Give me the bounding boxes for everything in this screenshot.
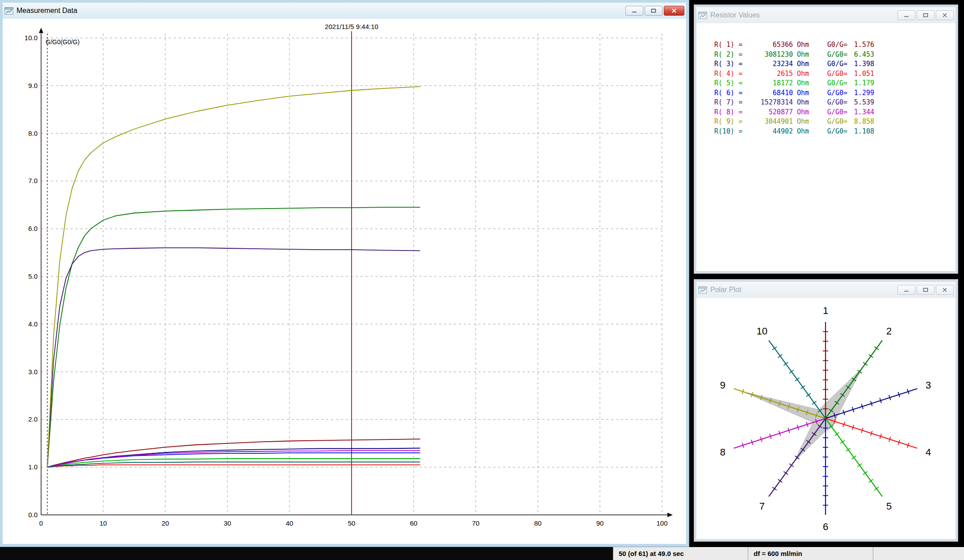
r-unit: Ohm (793, 50, 813, 60)
r-ohms: 3044901 (743, 117, 793, 127)
maximize-icon (923, 288, 928, 292)
r-ratio: 1.398 (847, 59, 874, 69)
svg-text:30: 30 (224, 519, 231, 527)
r-unit: Ohm (793, 88, 813, 98)
r-label: R( 7) = (714, 98, 743, 108)
svg-text:90: 90 (596, 519, 604, 527)
r-unit: Ohm (793, 127, 813, 137)
resistor-client: R( 1) =65366OhmG0/G=1.576R( 2) =3081230O… (696, 23, 956, 271)
window-controls (896, 10, 954, 20)
r-ratio: 1.344 (847, 108, 874, 117)
maximize-icon (651, 8, 656, 13)
r-rlabel: G/G0= (813, 69, 847, 79)
svg-text:1.0: 1.0 (28, 463, 38, 471)
window-title: Polar Plot (710, 286, 741, 294)
svg-text:6.0: 6.0 (28, 225, 38, 232)
svg-text:100: 100 (656, 519, 667, 527)
r-rlabel: G/G0= (813, 50, 847, 60)
svg-text:10: 10 (100, 519, 107, 527)
maximize-icon (923, 13, 928, 17)
r-ratio: 1.299 (847, 88, 874, 98)
r-ratio: 8.858 (847, 117, 874, 127)
polar-client: 12345678910 (696, 298, 956, 539)
svg-text:2.0: 2.0 (28, 415, 38, 423)
status-bar: 50 (of 61) at 49.0 sec df = 600 ml/min (0, 547, 964, 560)
resistor-row: R( 7) =15278314OhmG/G0=5.539 (714, 98, 956, 108)
svg-text:4.0: 4.0 (28, 320, 38, 328)
svg-text:G/G0(G0/G): G/G0(G0/G) (46, 38, 80, 46)
r-ohms: 68410 (743, 88, 793, 98)
status-empty-cell (873, 547, 964, 560)
svg-text:2: 2 (886, 326, 892, 337)
polar-titlebar[interactable]: Polar Plot (696, 282, 956, 298)
r-rlabel: G/G0= (813, 117, 847, 127)
status-panel: 50 (of 61) at 49.0 sec df = 600 ml/min (613, 547, 964, 560)
r-ratio: 1.051 (847, 69, 874, 79)
status-sample-progress: 50 (of 61) at 49.0 sec (613, 547, 748, 560)
r-ratio: 1.576 (847, 40, 874, 50)
r-label: R( 6) = (714, 88, 743, 98)
r-unit: Ohm (793, 117, 813, 127)
polar-maximize-button[interactable] (917, 285, 935, 295)
r-unit: Ohm (793, 79, 813, 88)
svg-text:5.0: 5.0 (28, 272, 38, 280)
resistor-close-button[interactable] (936, 10, 954, 20)
resistor-titlebar[interactable]: Resistor Values (696, 7, 956, 23)
close-icon (671, 8, 677, 13)
measurement-maximize-button[interactable] (645, 6, 662, 16)
svg-text:4: 4 (926, 447, 931, 458)
r-rlabel: G0/G= (813, 59, 847, 69)
svg-text:0: 0 (39, 519, 43, 527)
resistor-row: R( 5) =18172OhmG0/G=1.179 (714, 79, 956, 88)
r-unit: Ohm (793, 108, 813, 117)
measurement-data-window: Measurement Data 0.01.02.03.04.05.06.07.… (0, 0, 689, 547)
svg-text:3: 3 (926, 380, 931, 391)
svg-text:7.0: 7.0 (28, 177, 38, 184)
measurement-minimize-button[interactable] (625, 6, 643, 16)
measurement-client: 0.01.02.03.04.05.06.07.08.09.010.0010203… (3, 19, 686, 544)
r-rlabel: G/G0= (813, 108, 847, 117)
measurement-close-button[interactable] (664, 6, 684, 16)
polar-chart: 12345678910 (696, 298, 956, 539)
svg-text:60: 60 (410, 519, 418, 527)
polar-plot-window: Polar Plot 12345678910 (694, 280, 958, 541)
r-unit: Ohm (793, 40, 813, 50)
r-ohms: 65366 (743, 40, 793, 50)
measurement-chart[interactable]: 0.01.02.03.04.05.06.07.08.09.010.0010203… (3, 19, 686, 544)
svg-text:7: 7 (759, 501, 765, 512)
resistor-maximize-button[interactable] (917, 10, 935, 20)
window-title: Measurement Data (17, 7, 77, 15)
status-flow-rate: df = 600 ml/min (748, 547, 873, 560)
r-ohms: 520877 (743, 108, 793, 117)
window-icon (698, 12, 707, 19)
svg-text:20: 20 (162, 519, 169, 527)
svg-text:8: 8 (720, 447, 725, 458)
resistor-values-window: Resistor Values R( 1) =65366OhmG0/G=1.57… (694, 5, 958, 273)
close-icon (942, 288, 947, 292)
r-ratio: 1.179 (847, 79, 874, 88)
r-rlabel: G/G0= (813, 88, 847, 98)
svg-text:70: 70 (472, 519, 480, 527)
svg-text:80: 80 (534, 519, 542, 527)
resistor-row: R(10) =44902OhmG/G0=1.108 (714, 127, 956, 137)
window-icon (698, 286, 707, 294)
r-rlabel: G0/G= (813, 79, 847, 88)
svg-text:10.0: 10.0 (25, 34, 38, 42)
svg-text:0.0: 0.0 (28, 511, 38, 518)
r-ohms: 23234 (743, 59, 793, 69)
window-controls (896, 285, 954, 295)
polar-close-button[interactable] (936, 285, 954, 295)
r-label: R( 3) = (714, 59, 743, 69)
r-ohms: 3081230 (743, 50, 793, 60)
window-title: Resistor Values (710, 11, 760, 19)
r-ohms: 44902 (743, 127, 793, 137)
resistor-row: R( 3) =23234OhmG0/G=1.398 (714, 59, 956, 69)
close-icon (942, 13, 947, 17)
measurement-titlebar[interactable]: Measurement Data (3, 3, 686, 19)
r-label: R( 1) = (714, 40, 743, 50)
r-ratio: 5.539 (847, 98, 874, 108)
polar-minimize-button[interactable] (897, 285, 915, 295)
minimize-icon (632, 8, 637, 13)
r-ohms: 2615 (743, 69, 793, 79)
resistor-minimize-button[interactable] (897, 10, 915, 20)
